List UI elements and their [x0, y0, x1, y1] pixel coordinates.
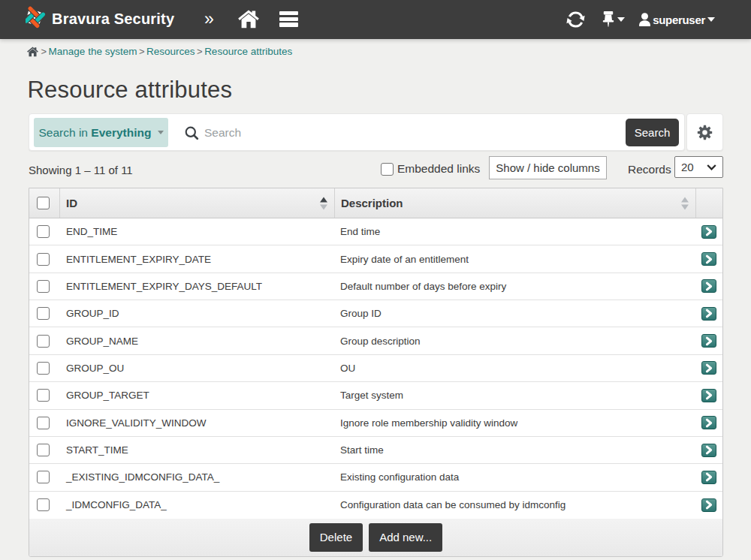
table-row: GROUP_OUOU	[29, 355, 722, 382]
search-bar: Search in Everything Search	[29, 113, 685, 151]
column-header-actions	[695, 188, 722, 218]
chevron-right-icon	[704, 254, 713, 264]
chevron-right-icon	[704, 309, 713, 318]
chevron-right-icon	[704, 418, 713, 428]
home-icon	[238, 10, 259, 29]
open-row-button[interactable]	[701, 334, 716, 348]
row-checkbox[interactable]	[37, 498, 50, 511]
navbar: Bravura Security » superuser	[0, 0, 751, 39]
chevron-right-icon	[704, 390, 713, 400]
cell-id: GROUP_NAME	[59, 336, 334, 347]
bravura-logo-icon	[26, 5, 48, 34]
table-row: END_TIMEEnd time	[29, 218, 722, 245]
open-row-button[interactable]	[701, 416, 716, 429]
cell-id: _EXISTING_IDMCONFIG_DATA_	[59, 471, 334, 483]
table-row: GROUP_TARGETTarget system	[29, 382, 722, 409]
menu-icon[interactable]	[279, 11, 298, 29]
breadcrumb: > Manage the system > Resources > Resour…	[27, 44, 292, 58]
cell-id: GROUP_ID	[59, 308, 334, 319]
delete-button[interactable]: Delete	[309, 523, 363, 552]
add-new-button[interactable]: Add new...	[369, 523, 442, 552]
open-row-button[interactable]	[701, 361, 716, 375]
breadcrumb-separator: >	[137, 46, 146, 57]
cell-id: IGNORE_VALIDITY_WINDOW	[59, 417, 334, 429]
row-checkbox[interactable]	[37, 444, 50, 456]
cell-description: Group description	[334, 336, 695, 347]
table-row: IGNORE_VALIDITY_WINDOWIgnore role member…	[29, 410, 722, 437]
column-header-description[interactable]: Description	[334, 188, 695, 218]
breadcrumb-separator: >	[195, 46, 205, 57]
chevron-down-icon	[707, 164, 716, 170]
breadcrumb-current[interactable]: Resource attributes	[204, 46, 292, 57]
search-input[interactable]	[204, 120, 617, 146]
open-row-button[interactable]	[701, 279, 716, 293]
cell-id: GROUP_TARGET	[59, 390, 334, 401]
gear-icon	[697, 125, 713, 140]
cell-description: Group ID	[334, 308, 695, 319]
open-row-button[interactable]	[701, 252, 716, 266]
refresh-icon	[566, 11, 585, 29]
cell-description: Expiry date of an entitlement	[334, 254, 695, 265]
open-row-button[interactable]	[701, 225, 716, 239]
pin-icon	[602, 11, 614, 28]
showing-count: Showing 1 – 11 of 11	[29, 164, 133, 176]
cell-description: Existing configuration data	[334, 471, 695, 483]
row-checkbox[interactable]	[37, 225, 50, 238]
refresh-button[interactable]	[566, 11, 585, 29]
breadcrumb-home-link[interactable]	[27, 47, 38, 57]
caret-down-icon	[158, 131, 164, 134]
search-settings[interactable]	[686, 113, 723, 151]
search-icon	[185, 126, 199, 143]
open-row-button[interactable]	[701, 307, 716, 321]
breadcrumb-link-manage[interactable]: Manage the system	[49, 46, 137, 57]
table-row: _EXISTING_IDMCONFIG_DATA_Existing config…	[29, 464, 722, 491]
home-nav-button[interactable]	[238, 10, 259, 32]
table-row: GROUP_IDGroup ID	[29, 300, 722, 327]
embedded-links-checkbox[interactable]	[381, 163, 394, 176]
table-footer: Delete Add new...	[29, 519, 722, 556]
row-checkbox[interactable]	[37, 417, 50, 429]
open-row-button[interactable]	[701, 389, 716, 402]
row-checkbox[interactable]	[37, 471, 50, 483]
table-header: ID Description	[29, 188, 722, 218]
select-all-checkbox[interactable]	[37, 197, 50, 209]
show-hide-columns-button[interactable]: Show / hide columns	[489, 156, 607, 179]
chevron-right-icon	[704, 363, 713, 373]
open-row-button[interactable]	[701, 471, 716, 484]
open-row-button[interactable]	[701, 498, 716, 512]
breadcrumb-link-resources[interactable]: Resources	[146, 46, 195, 57]
column-header-id[interactable]: ID	[59, 188, 334, 218]
search-button[interactable]: Search	[626, 119, 679, 146]
home-icon	[27, 47, 38, 57]
cell-id: START_TIME	[59, 444, 334, 456]
row-checkbox[interactable]	[37, 362, 50, 375]
chevron-right-icon	[704, 500, 713, 510]
records-select[interactable]: 20	[674, 156, 723, 178]
cell-description: Default number of days before expiry	[334, 281, 695, 292]
user-menu[interactable]: superuser	[638, 13, 715, 26]
table-row: _IDMCONFIG_DATA_Configuration data can b…	[29, 492, 722, 519]
brand-name: Bravura Security	[52, 11, 174, 28]
list-controls: Showing 1 – 11 of 11 Embedded links Show…	[29, 155, 723, 180]
caret-down-icon	[707, 17, 715, 22]
username: superuser	[653, 14, 705, 26]
row-checkbox[interactable]	[37, 389, 50, 402]
pin-menu[interactable]	[602, 11, 625, 28]
table-row: ENTITLEMENT_EXPIRY_DATEExpiry date of an…	[29, 245, 722, 272]
brand[interactable]: Bravura Security	[26, 7, 174, 32]
collapse-sidebar-icon[interactable]: »	[200, 0, 219, 39]
cell-description: Target system	[334, 390, 695, 401]
row-checkbox[interactable]	[37, 253, 50, 266]
page-title: Resource attributes	[28, 77, 233, 104]
row-checkbox[interactable]	[37, 307, 50, 320]
sort-icon	[681, 197, 689, 209]
open-row-button[interactable]	[701, 444, 716, 457]
cell-id: GROUP_OU	[59, 363, 334, 374]
row-checkbox[interactable]	[37, 280, 50, 293]
records-value: 20	[681, 161, 694, 173]
table-row: ENTITLEMENT_EXPIRY_DAYS_DEFAULTDefault n…	[29, 273, 722, 300]
row-checkbox[interactable]	[37, 335, 50, 348]
search-scope-dropdown[interactable]: Search in Everything	[34, 118, 168, 147]
chevron-right-icon	[704, 472, 713, 482]
embedded-links-label: Embedded links	[397, 162, 480, 176]
